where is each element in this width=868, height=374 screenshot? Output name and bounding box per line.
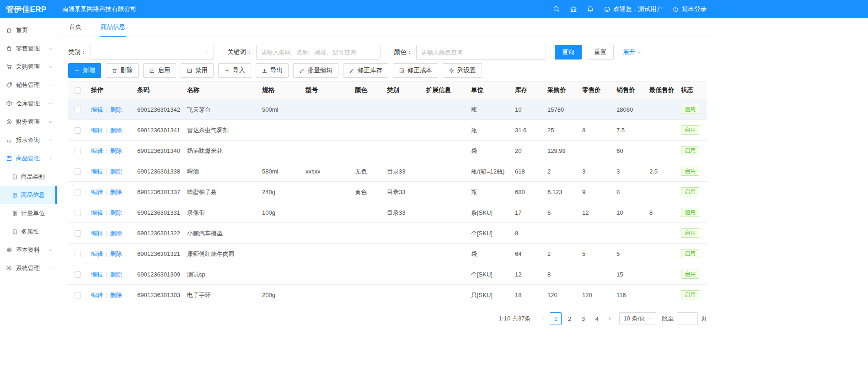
cell-category: 目录33 [383, 202, 423, 223]
delete-link[interactable]: 删除 [110, 271, 122, 278]
sidebar-item-system[interactable]: 系统管理 [0, 259, 57, 277]
table-row[interactable]: 编辑|删除6901236301342飞天茅台500ml瓶101578018060… [68, 99, 707, 120]
table-row[interactable]: 编辑|删除6901236301309测试sp个[SKU]12815启用 [68, 264, 707, 285]
cell-color [351, 141, 383, 161]
enable-button[interactable]: 启用 [143, 63, 176, 78]
top-header: 管伊佳ERP 南通某某网络科技有限公司 欢迎您，测试用户退出登录 [0, 0, 868, 18]
tab-goods-info[interactable]: 商品信息 [100, 18, 126, 37]
row-checkbox[interactable] [75, 230, 81, 237]
sidebar-subitem-goods-category[interactable]: 商品类别 [0, 168, 57, 186]
edit-link[interactable]: 编辑 [91, 271, 103, 278]
fix-cost-icon [399, 68, 405, 74]
page-jump-input[interactable] [677, 312, 698, 325]
reset-button[interactable]: 重置 [587, 45, 614, 60]
delete-link[interactable]: 删除 [110, 250, 122, 257]
sidebar-item-retail[interactable]: 零售管理 [0, 39, 57, 58]
sidebar-item-sales[interactable]: 销售管理 [0, 76, 57, 94]
row-checkbox[interactable] [75, 251, 81, 257]
add-button[interactable]: 新增 [68, 63, 101, 78]
table-row[interactable]: 编辑|删除6901236301341雷达杀虫气雾剂瓶31.62587.5启用 [68, 120, 707, 141]
keyword-label: 关键词： [228, 48, 252, 56]
logout-button[interactable]: 退出登录 [672, 5, 707, 13]
import-button[interactable]: 导入 [218, 63, 251, 78]
search-button[interactable]: 查询 [555, 45, 582, 60]
edit-link[interactable]: 编辑 [91, 250, 103, 257]
row-checkbox[interactable] [75, 271, 81, 278]
delete-link[interactable]: 删除 [110, 168, 122, 175]
fix-cost-button[interactable]: 修正成本 [393, 63, 438, 78]
edit-link[interactable]: 编辑 [91, 147, 103, 154]
sidebar-subitem-measure-unit[interactable]: 计量单位 [0, 204, 57, 222]
export-button[interactable]: 导出 [256, 63, 289, 78]
search-icon[interactable] [553, 5, 560, 13]
sidebar-item-finance[interactable]: 财务管理 [0, 113, 57, 131]
cell-name: 啤酒 [183, 161, 258, 182]
prev-page-button[interactable] [537, 312, 549, 325]
delete-link[interactable]: 删除 [110, 189, 122, 195]
category-select[interactable] [91, 45, 214, 60]
page-number-2[interactable]: 2 [563, 312, 575, 325]
edit-link[interactable]: 编辑 [91, 189, 103, 195]
edit-link[interactable]: 编辑 [91, 127, 103, 134]
expand-link[interactable]: 展开 [623, 48, 642, 56]
table-row[interactable]: 编辑|删除6901236301303电子手环200g只[SKU]18120120… [68, 285, 707, 305]
sidebar-item-basic[interactable]: 基本资料 [0, 241, 57, 259]
delete-link[interactable]: 删除 [110, 292, 122, 298]
row-checkbox[interactable] [75, 148, 81, 154]
row-checkbox[interactable] [75, 189, 81, 195]
fix-cost-button-label: 修正成本 [407, 66, 432, 75]
row-checkbox[interactable] [75, 127, 81, 134]
fix-stock-button[interactable]: 修正库存 [343, 63, 388, 78]
edit-link[interactable]: 编辑 [91, 230, 103, 237]
delete-link[interactable]: 删除 [110, 230, 122, 237]
delete-link[interactable]: 删除 [110, 106, 122, 113]
delete-button[interactable]: 删除 [106, 63, 139, 78]
table-row[interactable]: 编辑|删除6901236301340奶油味爆米花袋20129.9960启用 [68, 141, 707, 161]
fix-stock-button-label: 修正库存 [358, 66, 382, 75]
row-checkbox[interactable] [75, 292, 81, 298]
table-row[interactable]: 编辑|删除6901236301321康师傅红烧牛肉面袋64255启用 [68, 244, 707, 264]
sidebar-item-home[interactable]: 首页 [0, 21, 57, 39]
select-all-checkbox[interactable] [75, 87, 81, 94]
row-checkbox[interactable] [75, 210, 81, 216]
sidebar-item-warehouse[interactable]: 仓库管理 [0, 94, 57, 113]
delete-link[interactable]: 删除 [110, 147, 122, 154]
next-page-button[interactable] [604, 312, 616, 325]
cell-model [302, 202, 351, 223]
edit-link[interactable]: 编辑 [91, 168, 103, 175]
power-icon [672, 6, 679, 13]
column-settings-button-label: 列设置 [457, 66, 476, 75]
edit-link[interactable]: 编辑 [91, 209, 103, 216]
app-logo[interactable]: 管伊佳ERP [0, 4, 57, 15]
bell-icon[interactable] [587, 5, 594, 13]
edit-link[interactable]: 编辑 [91, 106, 103, 113]
row-checkbox[interactable] [75, 107, 81, 113]
tab-home[interactable]: 首页 [68, 18, 82, 37]
row-checkbox[interactable] [75, 168, 81, 175]
welcome-user[interactable]: 欢迎您，测试用户 [604, 5, 663, 13]
edit-link[interactable]: 编辑 [91, 292, 103, 298]
table-row[interactable]: 编辑|删除6901236301338啤酒580mlxxsxx无色目录33瓶/(箱… [68, 161, 707, 182]
table-row[interactable]: 编辑|删除6901236301331录像带100g目录33条[SKU]17612… [68, 202, 707, 223]
keyword-input[interactable] [256, 45, 380, 60]
color-input[interactable] [416, 45, 546, 60]
column-settings-button[interactable]: 列设置 [443, 63, 482, 78]
sidebar-subitem-goods-info[interactable]: 商品信息 [0, 186, 57, 204]
sidebar-subitem-multi-attribute[interactable]: 多属性 [0, 222, 57, 241]
page-size-select[interactable]: 10 条/页 [619, 312, 656, 325]
delete-link[interactable]: 删除 [110, 209, 122, 216]
page-number-4[interactable]: 4 [591, 312, 603, 325]
sidebar-item-report[interactable]: 报表查询 [0, 131, 57, 149]
cell-barcode: 6901236301341 [134, 120, 183, 141]
sidebar-item-goods[interactable]: 商品管理 [0, 149, 57, 168]
bank-icon[interactable] [570, 5, 577, 13]
sidebar-item-purchase[interactable]: 采购管理 [0, 58, 57, 76]
table-row[interactable]: 编辑|删除6901236301337蜂蜜柚子茶240g黄色目录33瓶6806.1… [68, 182, 707, 202]
delete-link[interactable]: 删除 [110, 127, 122, 134]
batch-edit-button[interactable]: 批量编辑 [293, 63, 338, 78]
page-number-3[interactable]: 3 [577, 312, 589, 325]
export-icon [262, 68, 268, 74]
disable-button[interactable]: 禁用 [181, 63, 214, 78]
page-number-1[interactable]: 1 [550, 312, 562, 325]
table-row[interactable]: 编辑|删除6901236301322小鹏汽车模型个[SKU]8启用 [68, 223, 707, 244]
